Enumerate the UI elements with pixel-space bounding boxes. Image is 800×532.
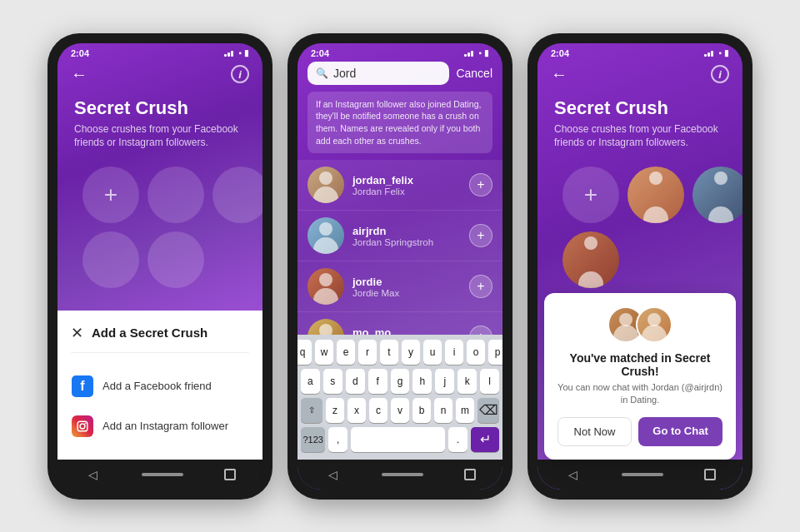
- home-bar-1[interactable]: [142, 473, 183, 476]
- keyboard-row-4: ?123 , . ↵: [301, 427, 499, 452]
- result-info-2: airjrdn Jordan Springstroh: [352, 225, 461, 247]
- key-space[interactable]: [351, 427, 445, 452]
- key-delete[interactable]: ⌫: [478, 398, 499, 423]
- status-icons-2: ▪ ▮: [464, 48, 489, 57]
- result-name-2: Jordan Springstroh: [352, 237, 461, 247]
- avatar-airjrdn: [308, 217, 344, 254]
- key-r[interactable]: r: [358, 340, 377, 365]
- result-username-1: jordan_felix: [352, 174, 461, 186]
- wifi-icon-2: ▪: [478, 48, 482, 57]
- key-s[interactable]: s: [323, 369, 342, 394]
- key-z[interactable]: z: [326, 398, 344, 423]
- bottom-nav-1: ◁: [58, 460, 262, 490]
- key-f[interactable]: f: [368, 369, 388, 394]
- signal-icon: [224, 50, 236, 57]
- go-to-chat-button[interactable]: Go to Chat: [638, 417, 722, 446]
- add-crush-btn-2[interactable]: +: [469, 224, 492, 247]
- keyboard: q w e r t y u i o p a s d f g h: [298, 335, 502, 460]
- keyboard-row-3: ⇧ z x c v b n m ⌫: [301, 398, 499, 423]
- key-a[interactable]: a: [301, 369, 320, 394]
- result-item-2[interactable]: airjrdn Jordan Springstroh +: [298, 211, 502, 261]
- back-nav-3[interactable]: ◁: [564, 466, 581, 483]
- phone-3-screen: 2:04 ▪ ▮ ← i Secr: [538, 43, 742, 490]
- crush-slot-3: [212, 167, 262, 223]
- crush-avatar-2: [692, 167, 742, 223]
- sheet-close-button[interactable]: ✕: [71, 324, 83, 342]
- key-q[interactable]: q: [298, 340, 312, 365]
- status-time-3: 2:04: [551, 48, 569, 58]
- key-j[interactable]: j: [435, 369, 454, 394]
- key-b[interactable]: b: [412, 398, 431, 423]
- info-button-1[interactable]: i: [231, 65, 249, 83]
- key-w[interactable]: w: [315, 340, 333, 365]
- add-crush-btn-4[interactable]: +: [469, 326, 492, 334]
- result-item-1[interactable]: jordan_felix Jordan Felix +: [298, 160, 502, 211]
- phone-2-screen: 2:04 ▪ ▮ 🔍 Jord Cancel If a: [298, 43, 502, 490]
- key-e[interactable]: e: [337, 340, 355, 365]
- crush-avatar-1: [628, 167, 684, 223]
- add-crush-btn-1[interactable]: +: [469, 173, 492, 196]
- bottom-nav-2: ◁: [298, 460, 502, 490]
- phone-1: 2:04 ▪ ▮ ← i Secr: [48, 33, 272, 500]
- search-input-wrap[interactable]: 🔍 Jord: [308, 62, 449, 85]
- key-comma[interactable]: ,: [328, 427, 348, 452]
- add-crush-circle[interactable]: +: [82, 167, 139, 223]
- home-bar-3[interactable]: [622, 473, 663, 476]
- add-instagram-follower-item[interactable]: Add an Instagram follower: [71, 406, 249, 446]
- key-p[interactable]: p: [488, 340, 502, 365]
- match-title: You've matched in Secret Crush!: [558, 351, 722, 378]
- key-v[interactable]: v: [391, 398, 409, 423]
- key-x[interactable]: x: [348, 398, 366, 423]
- add-crush-sheet: ✕ Add a Secret Crush f Add a Facebook fr…: [58, 311, 262, 460]
- home-bar-2[interactable]: [382, 473, 423, 476]
- add-facebook-friend-item[interactable]: f Add a Facebook friend: [71, 366, 249, 406]
- result-item-4[interactable]: mo_mo Jordon Momo +: [298, 312, 502, 334]
- back-nav-2[interactable]: ◁: [324, 466, 341, 483]
- back-button-3[interactable]: ←: [551, 65, 568, 84]
- key-y[interactable]: y: [402, 340, 420, 365]
- key-o[interactable]: o: [467, 340, 485, 365]
- result-item-3[interactable]: jordie Jordie Max +: [298, 261, 502, 312]
- key-c[interactable]: c: [369, 398, 388, 423]
- key-numeric[interactable]: ?123: [301, 427, 325, 452]
- screen-title-3: Secret Crush: [554, 97, 726, 119]
- match-action-buttons: Not Now Go to Chat: [558, 417, 722, 446]
- status-bar-3: 2:04 ▪ ▮: [538, 43, 742, 62]
- key-shift[interactable]: ⇧: [301, 398, 322, 423]
- key-g[interactable]: g: [391, 369, 410, 394]
- key-k[interactable]: k: [458, 369, 477, 394]
- result-info-3: jordie Jordie Max: [352, 276, 461, 298]
- facebook-icon: f: [71, 375, 94, 398]
- crush-circle-plus-3[interactable]: +: [562, 167, 619, 223]
- key-u[interactable]: u: [423, 340, 442, 365]
- circles-grid-1: +: [74, 167, 246, 288]
- key-h[interactable]: h: [412, 369, 432, 394]
- back-button-1[interactable]: ←: [71, 65, 88, 84]
- search-input-value[interactable]: Jord: [333, 67, 441, 80]
- key-t[interactable]: t: [380, 340, 398, 365]
- signal-icon-2: [464, 50, 476, 57]
- match-dialog: You've matched in Secret Crush! You can …: [544, 293, 736, 460]
- avatar-jordie: [308, 268, 344, 305]
- phone-2: 2:04 ▪ ▮ 🔍 Jord Cancel If a: [288, 33, 512, 500]
- wifi-icon: ▪: [238, 48, 242, 57]
- result-name-3: Jordie Max: [352, 288, 461, 298]
- recent-nav-2[interactable]: [464, 469, 476, 480]
- recent-nav-1[interactable]: [224, 469, 236, 480]
- info-button-3[interactable]: i: [711, 65, 729, 83]
- status-icons-3: ▪ ▮: [704, 48, 729, 57]
- not-now-button[interactable]: Not Now: [558, 417, 632, 446]
- cancel-search-button[interactable]: Cancel: [456, 67, 492, 80]
- key-d[interactable]: d: [346, 369, 365, 394]
- recent-nav-3[interactable]: [704, 469, 716, 480]
- battery-icon-2: ▮: [484, 48, 489, 57]
- add-crush-btn-3[interactable]: +: [469, 275, 492, 298]
- back-nav-1[interactable]: ◁: [84, 466, 101, 483]
- key-m[interactable]: m: [456, 398, 474, 423]
- key-n[interactable]: n: [434, 398, 452, 423]
- key-l[interactable]: l: [480, 369, 499, 394]
- key-period[interactable]: .: [448, 427, 468, 452]
- search-bar-container: 🔍 Jord Cancel: [298, 62, 502, 92]
- key-i[interactable]: i: [445, 340, 463, 365]
- key-return[interactable]: ↵: [471, 427, 499, 452]
